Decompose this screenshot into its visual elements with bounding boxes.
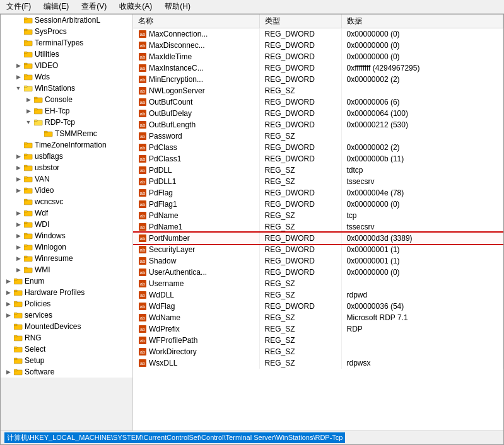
menu-view[interactable]: 查看(V) [78,0,110,13]
table-row[interactable]: ab SecurityLayer REG_DWORD 0x00000001 (1… [133,244,503,255]
table-row[interactable]: ab WdName REG_SZ Microsoft RDP 7.1 [133,312,503,323]
tree-item[interactable]: ▶ Policies [1,298,132,309]
svg-rect-19 [34,120,37,122]
tree-pane[interactable]: SessionArbitrationL SysProcs TerminalTyp… [1,14,133,378]
tree-item[interactable]: ▶ Wdf [1,207,132,219]
tree-item[interactable]: Select [1,344,132,355]
tree-item[interactable]: SessionArbitrationL [1,14,132,26]
tree-expand-icon[interactable]: ▶ [3,299,13,309]
tree-expand-icon[interactable]: ▶ [13,253,23,263]
tree-expand-icon[interactable]: ▶ [13,265,23,275]
tree-item[interactable]: ▶ VAN [1,173,132,185]
tree-item[interactable]: ▶ WDI [1,219,132,230]
tree-item[interactable]: ▶ services [1,309,132,321]
tree-item[interactable]: ▶ usbstor [1,162,132,173]
tree-expand-icon[interactable]: ▶ [23,106,33,116]
table-row[interactable]: ab PdName1 REG_SZ tssecsrv [133,221,503,233]
table-row[interactable]: ab WdPrefix REG_SZ RDP [133,323,503,335]
svg-rect-11 [24,74,27,76]
tree-expand-icon[interactable]: ▶ [13,231,23,241]
tree-item[interactable]: ▶ Winresume [1,253,132,264]
svg-rect-39 [24,233,27,235]
table-row[interactable]: ab MaxDisconnec... REG_DWORD 0x00000000 … [133,40,503,51]
tree-expand-icon[interactable]: ▶ [13,185,23,195]
reg-name-cell: ab WdName [133,312,259,323]
table-row[interactable]: ab PdDLL1 REG_SZ tssecsrv [133,176,503,187]
table-row[interactable]: ab WFProfilePath REG_SZ [133,335,503,346]
menu-favorites[interactable]: 收藏夹(A) [115,0,156,13]
reg-type-icon: ab [138,132,147,141]
tree-item[interactable]: ▶ Wds [1,71,132,83]
tree-expand-icon[interactable]: ▶ [23,95,33,105]
tree-item[interactable]: ▶ VIDEO [1,60,132,71]
tree-expand-icon[interactable]: ▶ [13,242,23,252]
table-row[interactable]: ab MinEncryption... REG_DWORD 0x00000002… [133,74,503,85]
table-row[interactable]: ab WorkDirectory REG_SZ [133,346,503,357]
col-name: 名称 [133,14,259,28]
tree-expand-icon[interactable]: ▶ [13,151,23,161]
tree-item[interactable]: ▶ Winlogon [1,241,132,253]
tree-item[interactable]: TimeZoneInformation [1,139,132,151]
menu-edit[interactable]: 编辑(E) [40,0,73,13]
table-row[interactable]: ab Username REG_SZ [133,278,503,289]
table-row[interactable]: ab WsxDLL REG_SZ rdpwsx [133,357,503,369]
table-row[interactable]: ab MaxConnection... REG_DWORD 0x00000000… [133,28,503,40]
tree-expand-icon[interactable]: ▶ [13,72,23,82]
tree-item[interactable]: wcncsvc [1,196,132,207]
table-row[interactable]: ab UserAuthentica... REG_DWORD 0x0000000… [133,267,503,278]
table-row[interactable]: ab OutBufDelay REG_DWORD 0x00000064 (100… [133,108,503,119]
tree-expand-icon[interactable]: ▶ [13,163,23,173]
table-row[interactable]: ab WdFlag REG_DWORD 0x00000036 (54) [133,301,503,312]
tree-item[interactable]: MountedDevices [1,321,132,332]
reg-type-icon: ab [138,234,147,243]
tree-expand-icon[interactable]: ▶ [13,208,23,218]
tree-item-label: SessionArbitrationL [35,16,100,25]
tree-item[interactable]: ▶ Hardware Profiles [1,287,132,298]
tree-item[interactable]: ▶ Video [1,185,132,196]
tree-expand-icon[interactable]: ▶ [3,276,13,286]
tree-item[interactable]: ▶ Software [1,366,132,378]
table-row[interactable]: ab PdClass REG_DWORD 0x00000002 (2) [133,142,503,153]
tree-item[interactable]: ▶ WMI [1,264,132,275]
menu-help[interactable]: 帮助(H) [161,0,194,13]
table-row[interactable]: ab WdDLL REG_SZ rdpwd [133,289,503,301]
tree-item[interactable]: SysProcs [1,26,132,37]
tree-item[interactable]: ▶ EH-Tcp [1,105,132,117]
tree-item[interactable]: ▶ Windows [1,230,132,241]
tree-item[interactable]: TSMMRemc [1,128,132,139]
tree-item[interactable]: Utilities [1,49,132,60]
table-row[interactable]: ab OutBufLength REG_DWORD 0x00000212 (53… [133,119,503,130]
tree-expand-icon[interactable]: ▶ [3,287,13,298]
tree-item[interactable]: ▼ RDP-Tcp [1,117,132,128]
table-row[interactable]: ab PdName REG_SZ tcp [133,210,503,221]
tree-expand-icon[interactable]: ▶ [3,310,13,320]
table-row[interactable]: ab PdClass1 REG_DWORD 0x0000000b (11) [133,153,503,165]
table-row[interactable]: ab MaxIdleTime REG_DWORD 0x00000000 (0) [133,51,503,62]
tree-item[interactable]: RNG [1,332,132,344]
table-row[interactable]: ab NWLogonServer REG_SZ [133,85,503,96]
tree-expand-icon[interactable]: ▼ [13,83,23,93]
tree-item[interactable]: Setup [1,355,132,366]
tree-item[interactable]: ▼ WinStations [1,83,132,94]
table-row[interactable]: ab OutBufCount REG_DWORD 0x00000006 (6) [133,96,503,108]
table-row[interactable]: ab Shadow REG_DWORD 0x00000001 (1) [133,255,503,267]
table-row[interactable]: ab PdFlag1 REG_DWORD 0x00000000 (0) [133,199,503,210]
right-pane[interactable]: 名称 类型 数据 ab MaxConnection... REG_DWORD 0… [133,14,503,431]
table-row[interactable]: ab PdFlag REG_DWORD 0x0000004e (78) [133,187,503,199]
tree-expand-icon[interactable]: ▼ [23,117,33,127]
menu-file[interactable]: 文件(F) [3,0,35,13]
table-row[interactable]: ab MaxInstanceC... REG_DWORD 0xffffffff … [133,62,503,74]
tree-item[interactable]: ▶ Console [1,94,132,105]
tree-expand-icon[interactable]: ▶ [13,61,23,71]
svg-rect-7 [24,52,27,54]
tree-item[interactable]: ▶ usbflags [1,151,132,162]
tree-item[interactable]: ▶ Enum [1,275,132,287]
tree-expand-icon[interactable]: ▶ [13,174,23,184]
reg-name-label: Username [149,279,184,288]
table-row[interactable]: ab PortNumber REG_DWORD 0x00000d3d (3389… [133,233,503,244]
tree-item[interactable]: TerminalTypes [1,37,132,49]
table-row[interactable]: ab PdDLL REG_SZ tdtcp [133,165,503,176]
tree-expand-icon[interactable]: ▶ [3,367,13,377]
table-row[interactable]: ab Password REG_SZ [133,130,503,142]
tree-expand-icon[interactable]: ▶ [13,219,23,229]
